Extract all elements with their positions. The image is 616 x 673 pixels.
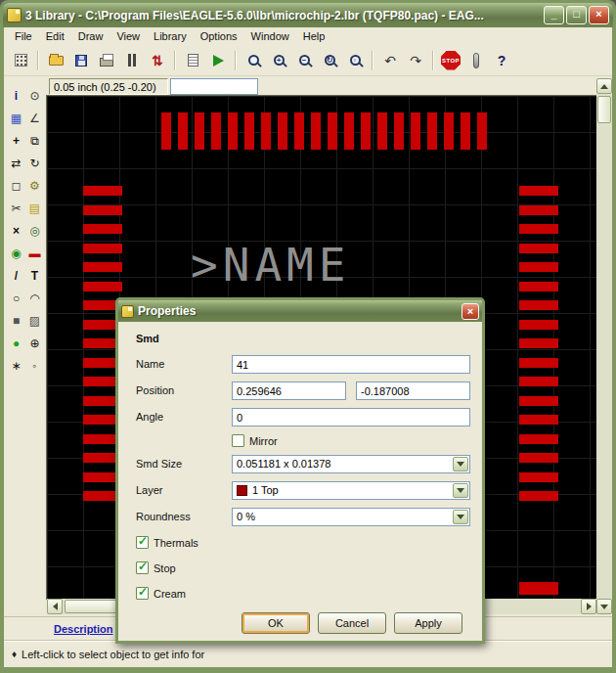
smd-pad[interactable] — [519, 244, 558, 253]
display-tool[interactable]: ▦ — [8, 108, 25, 128]
scroll-right-button[interactable] — [581, 599, 596, 614]
name-input[interactable] — [232, 355, 470, 374]
smd-pad[interactable] — [519, 358, 558, 368]
help-button[interactable]: ? — [490, 49, 513, 72]
pad-tool[interactable]: ◉ — [8, 243, 25, 263]
smd-pad[interactable] — [519, 338, 558, 348]
smd-pad[interactable] — [83, 244, 122, 253]
smd-pad[interactable] — [83, 205, 122, 215]
menu-edit[interactable]: Edit — [39, 28, 71, 44]
move-tool[interactable]: + — [8, 130, 25, 151]
position-y-input[interactable] — [356, 381, 470, 400]
cancel-button[interactable]: Cancel — [318, 612, 386, 634]
change-tool[interactable]: ⚙ — [26, 175, 44, 196]
group-tool[interactable]: ◻ — [8, 175, 25, 196]
vertical-scrollbar[interactable] — [596, 78, 612, 614]
package-name-text[interactable]: >NAME — [191, 239, 350, 292]
layer-combo[interactable]: 1 Top — [232, 481, 470, 500]
smd-pad[interactable] — [461, 112, 470, 150]
polygon-tool[interactable]: ▨ — [26, 310, 44, 331]
zoom-redraw-button[interactable]: ↻ — [318, 49, 341, 72]
light-button[interactable] — [464, 49, 488, 72]
smd-pad[interactable] — [519, 491, 558, 501]
mirror-tool[interactable]: ⇄ — [8, 153, 25, 173]
rotate-tool[interactable]: ↻ — [26, 153, 44, 173]
smd-pad[interactable] — [519, 582, 558, 595]
paste-tool[interactable]: ▤ — [26, 198, 44, 218]
open-button[interactable] — [44, 49, 67, 72]
run-button[interactable] — [206, 49, 230, 72]
smd-pad[interactable] — [411, 112, 420, 150]
smd-tool[interactable]: ▬ — [26, 243, 44, 263]
wire-tool[interactable]: / — [8, 265, 25, 286]
menu-window[interactable]: Window — [244, 28, 296, 44]
menu-help[interactable]: Help — [296, 28, 332, 44]
text-tool[interactable]: T — [26, 265, 44, 286]
smd-pad[interactable] — [519, 453, 558, 463]
description-link[interactable]: Description — [54, 623, 113, 635]
roundness-combo[interactable]: 0 % — [232, 508, 470, 526]
zoom-in-button[interactable]: + — [267, 49, 290, 72]
smd-pad[interactable] — [519, 186, 558, 196]
smd-pad[interactable] — [519, 205, 558, 215]
hole-tool[interactable]: ⊕ — [26, 333, 44, 353]
smd-pad[interactable] — [278, 112, 287, 150]
ok-button[interactable]: OK — [242, 612, 310, 634]
add-tool[interactable]: ◎ — [26, 220, 44, 241]
delete-tool[interactable]: × — [8, 220, 25, 241]
arc-tool[interactable]: ◠ — [26, 288, 44, 308]
smd-pad[interactable] — [83, 186, 122, 196]
grid-button[interactable] — [9, 49, 32, 72]
show-tool[interactable]: ⊙ — [26, 85, 44, 106]
stop-button[interactable]: STOP — [439, 49, 462, 72]
smd-pad[interactable] — [161, 112, 171, 150]
undo-button[interactable]: ↶ — [378, 49, 402, 72]
vertical-scroll-thumb[interactable] — [597, 96, 611, 123]
copy-tool[interactable]: ⧉ — [26, 130, 44, 151]
smd-pad[interactable] — [328, 112, 337, 150]
menu-draw[interactable]: Draw — [71, 28, 110, 44]
smd-pad[interactable] — [244, 112, 254, 150]
smd-pad[interactable] — [519, 282, 558, 292]
smd-size-dropdown-icon[interactable] — [453, 457, 468, 471]
smd-pad[interactable] — [519, 415, 558, 425]
command-input[interactable] — [170, 78, 258, 95]
scroll-up-button[interactable] — [596, 78, 612, 94]
redo-button[interactable]: ↷ — [404, 49, 427, 72]
smd-pad[interactable] — [83, 224, 122, 234]
print-button[interactable] — [95, 49, 118, 72]
scroll-down-button[interactable] — [596, 599, 612, 614]
via-tool[interactable]: ● — [8, 333, 25, 353]
menu-library[interactable]: Library — [147, 28, 194, 44]
close-button[interactable]: × — [589, 6, 609, 24]
dialog-close-button[interactable]: × — [462, 303, 479, 320]
update-button[interactable]: ⇅ — [146, 49, 169, 72]
smd-pad[interactable] — [361, 112, 371, 150]
script-button[interactable] — [181, 49, 204, 72]
smd-pad[interactable] — [519, 434, 558, 444]
smd-size-combo[interactable]: 0.051181 x 0.01378 — [232, 455, 470, 473]
minimize-button[interactable]: _ — [544, 6, 564, 24]
scroll-left-button[interactable] — [47, 599, 63, 614]
menu-file[interactable]: File — [8, 28, 39, 44]
smd-pad[interactable] — [519, 320, 558, 330]
smd-pad[interactable] — [427, 112, 437, 150]
smd-pad[interactable] — [228, 112, 238, 150]
smd-pad[interactable] — [519, 262, 558, 272]
smd-pad[interactable] — [519, 224, 558, 234]
info-tool[interactable]: i — [8, 85, 25, 106]
rect-tool[interactable]: ■ — [8, 310, 25, 331]
mark-tool[interactable]: ∠ — [26, 108, 44, 128]
save-button[interactable] — [69, 49, 93, 72]
smd-pad[interactable] — [261, 112, 271, 150]
smd-pad[interactable] — [519, 472, 558, 482]
smd-pad[interactable] — [519, 300, 558, 310]
ratsnest-tool[interactable]: ∗ — [8, 355, 25, 376]
zoom-select-button[interactable]: ▫ — [343, 49, 367, 72]
smd-pad[interactable] — [519, 377, 558, 386]
smd-pad[interactable] — [178, 112, 188, 150]
menu-view[interactable]: View — [110, 28, 147, 44]
thermals-checkbox[interactable]: ✓ — [136, 536, 149, 549]
drill-button[interactable] — [120, 49, 144, 72]
smd-pad[interactable] — [477, 112, 487, 150]
